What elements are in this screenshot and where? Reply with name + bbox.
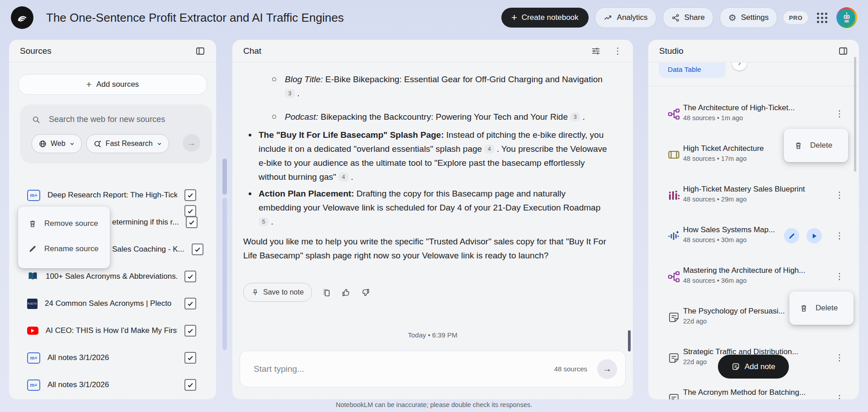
edit-audio-button[interactable] [784, 228, 799, 243]
more-options-icon[interactable]: ⋮ [833, 351, 846, 364]
gear-icon: ⚙ [728, 12, 736, 23]
chat-more-icon[interactable]: ⋮ [613, 46, 622, 56]
fast-research-dropdown[interactable]: Fast Research [86, 134, 169, 153]
send-button[interactable]: → [597, 359, 617, 379]
analytics-button[interactable]: Analytics [595, 7, 656, 28]
app-header: The One-Sentence Profit Extractor and AI… [0, 0, 868, 35]
studio-item-title: High Ticket Architecture [683, 144, 764, 153]
chat-panel: Chat ⋮ Blog Title: E-Bike Bikepacking: E… [232, 40, 633, 399]
web-source-dropdown[interactable]: Web [32, 134, 82, 153]
studio-panel: Studio Data Table › The Architecture of … [648, 40, 859, 399]
search-input[interactable] [48, 114, 199, 125]
delete-menu-item[interactable]: Delete [789, 295, 848, 321]
settings-label: Settings [741, 13, 769, 22]
studio-item[interactable]: Mastering the Architecture of High... 48… [648, 263, 859, 290]
chat-input[interactable] [253, 364, 554, 375]
frame-icon [668, 149, 680, 161]
more-options-icon[interactable]: ⋮ [833, 269, 846, 283]
plus-icon: + [86, 79, 92, 90]
add-note-label: Add note [745, 362, 775, 371]
notebook-source-icon: m+ [27, 352, 40, 364]
more-options-icon[interactable]: ⋮ [833, 391, 846, 399]
avatar-robot-image [838, 9, 855, 26]
search-submit-button[interactable]: → [183, 134, 200, 152]
chat-scrollbar-thumb[interactable] [628, 330, 631, 351]
delete-label: Delete [810, 141, 832, 150]
studio-item-title: How Sales Systems Map... [683, 225, 775, 234]
more-options-icon[interactable]: ⋮ [833, 107, 846, 120]
notebooklm-app: The One-Sentence Profit Extractor and AI… [0, 0, 868, 412]
save-to-note-button[interactable]: Save to note [243, 283, 312, 302]
source-row[interactable]: m+ All notes 3/1/2026 [9, 371, 216, 398]
source-row[interactable]: PLECTO 24 Common Sales Acronyms | Plecto [9, 290, 216, 317]
data-table-chip[interactable]: Data Table [659, 63, 726, 78]
source-checkbox[interactable] [184, 271, 196, 282]
add-note-button[interactable]: Add note [718, 355, 789, 379]
user-avatar[interactable] [836, 7, 857, 28]
play-button[interactable] [807, 228, 822, 243]
expand-panel-icon[interactable] [838, 46, 848, 56]
chat-paragraph: Would you like me to help you write the … [243, 234, 610, 262]
studio-item[interactable]: How Sales Systems Map... 48 sources • 30… [648, 222, 859, 249]
share-button[interactable]: Share [663, 7, 713, 28]
studio-item-title: The Acronym Method for Batching... [683, 388, 806, 397]
source-title: All notes 3/1/2026 [47, 353, 177, 362]
source-context-menu: Remove source Rename source [18, 206, 110, 268]
create-notebook-button[interactable]: + Create notebook [501, 8, 589, 28]
studio-panel-title: Studio [659, 46, 684, 56]
globe-icon [38, 140, 47, 148]
remove-source-menu-item[interactable]: Remove source [18, 211, 110, 236]
more-options-icon[interactable]: ⋮ [833, 188, 846, 201]
chat-message: Blog Title: E-Bike Bikepacking: Essentia… [243, 72, 610, 262]
rename-source-menu-item[interactable]: Rename source [18, 236, 110, 262]
source-checkbox[interactable] [184, 379, 196, 391]
sparkle-search-icon [93, 139, 102, 148]
create-notebook-label: Create notebook [522, 13, 579, 22]
sources-panel: Sources + Add sources W [9, 40, 216, 399]
source-checkbox[interactable] [184, 189, 196, 201]
thumbs-down-icon[interactable] [361, 288, 370, 297]
studio-list: Data Table › The Architecture of High-Ti… [648, 63, 859, 399]
delete-menu: Delete [789, 291, 854, 325]
source-row[interactable]: m+ All notes 3/1/2026 [9, 344, 216, 371]
source-title: Sales Coaching - K... [112, 245, 184, 254]
studio-item-title: The Architecture of High-Ticket... [683, 103, 795, 112]
bar-chart-icon [668, 189, 680, 201]
chat-sub-bullet: Blog Title: E-Bike Bikepacking: Essentia… [243, 72, 610, 100]
sources-scrollbar-track[interactable] [222, 198, 227, 350]
studio-item-subtitle: 22d ago [683, 318, 707, 325]
trending-up-icon [604, 13, 613, 22]
more-options-icon[interactable]: ⋮ [833, 229, 846, 242]
fast-research-label: Fast Research [106, 140, 153, 148]
source-checkbox[interactable] [184, 298, 196, 309]
delete-menu: Delete [784, 129, 848, 162]
source-row[interactable]: m+ Deep Research Report: The High-Tick..… [9, 182, 216, 209]
thumbs-up-icon[interactable] [341, 288, 351, 297]
add-note-icon [731, 362, 740, 371]
audio-overview-icon [668, 230, 680, 242]
source-checkbox[interactable] [192, 243, 203, 255]
studio-scrollbar-thumb[interactable] [854, 57, 856, 172]
chevron-down-icon [69, 141, 75, 147]
sources-scrollbar-thumb[interactable] [222, 159, 227, 195]
studio-item[interactable]: The Acronym Method for Batching... ⋮ [648, 385, 859, 399]
studio-item[interactable]: High-Ticket Mastery Sales Blueprint 48 s… [648, 182, 859, 209]
delete-menu-item[interactable]: Delete [784, 133, 842, 158]
chat-sub-bullet: Podcast: Bikepacking the Backcountry: Po… [243, 110, 610, 124]
source-checkbox[interactable] [184, 325, 196, 337]
chat-settings-icon[interactable] [591, 46, 601, 56]
add-sources-button[interactable]: + Add sources [18, 74, 207, 95]
source-row[interactable]: AI CEO: THIS is How I'd Make My First ..… [9, 317, 216, 344]
google-apps-grid-icon[interactable] [814, 10, 830, 26]
studio-item[interactable]: The Architecture of High-Ticket... 48 so… [648, 100, 859, 127]
settings-button[interactable]: ⚙ Settings [720, 7, 777, 28]
mindmap-icon [668, 108, 680, 120]
source-checkbox[interactable] [184, 352, 196, 364]
notebooklm-logo-icon[interactable] [11, 6, 33, 29]
source-checkbox[interactable] [186, 216, 198, 228]
chevron-right-icon[interactable]: › [732, 63, 747, 70]
notebook-title: The One-Sentence Profit Extractor and AI… [46, 11, 344, 25]
note-icon [668, 311, 680, 323]
collapse-panel-icon[interactable] [195, 46, 205, 56]
copy-icon[interactable] [322, 288, 331, 297]
